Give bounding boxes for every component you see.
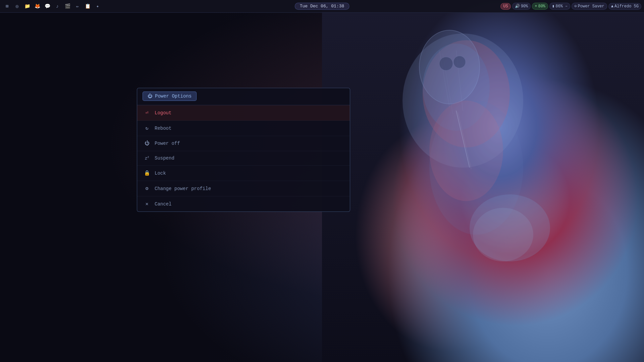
svg-point-14: [453, 56, 466, 68]
cancel-label: Cancel: [155, 201, 171, 207]
logout-icon: ⏎: [144, 110, 150, 116]
video-icon[interactable]: 🎬: [63, 2, 72, 11]
brightness-indicator[interactable]: ☀ 80%: [532, 3, 548, 10]
grid-icon[interactable]: ⊞: [3, 2, 11, 11]
brightness-icon: ☀: [535, 4, 537, 9]
power-menu-item-suspend[interactable]: zz Suspend: [137, 151, 350, 166]
wifi-label: Alfredo 5G: [614, 4, 639, 9]
power-saver-indicator[interactable]: ⊝ Power Saver: [572, 3, 607, 10]
power-options-title-button[interactable]: ⏻ Power Options: [143, 92, 197, 101]
volume-value: 90%: [521, 4, 528, 9]
music-icon[interactable]: ♪: [53, 2, 62, 11]
suspend-icon: zz: [144, 156, 150, 161]
battery-indicator[interactable]: ▮ 86% –: [549, 3, 570, 10]
taskbar-center: Tue Dec 06, 01:38: [295, 3, 350, 10]
poweroff-label: Power off: [155, 141, 180, 146]
wifi-indicator[interactable]: ▲ Alfredo 5G: [608, 3, 641, 10]
battery-icon: ▮: [552, 4, 554, 9]
wifi-icon: ▲: [611, 4, 613, 9]
power-menu-item-poweroff[interactable]: ⏻ Power off: [137, 136, 350, 151]
taskbar-right: US 🔊 90% ☀ 80% ▮ 86% – ⊝ Power Saver ▲ A…: [500, 3, 641, 10]
power-menu-list: ⏎ Logout ↻ Reboot ⏻ Power off zz Suspend…: [137, 105, 350, 212]
pencil-icon[interactable]: ✏: [73, 2, 82, 11]
poweroff-icon: ⏻: [144, 140, 150, 146]
battery-value: 86% –: [555, 4, 568, 9]
skeleton-svg: [322, 0, 644, 362]
app-settings-icon[interactable]: ✦: [93, 2, 102, 11]
power-menu-item-lock[interactable]: 🔒 Lock: [137, 166, 350, 181]
suspend-label: Suspend: [155, 156, 174, 161]
lock-icon: 🔒: [144, 170, 150, 176]
power-menu-item-reboot[interactable]: ↻ Reboot: [137, 121, 350, 136]
language-indicator[interactable]: US: [500, 3, 511, 10]
power-dialog: ⏻ Power Options ⏎ Logout ↻ Reboot ⏻ Powe…: [137, 88, 350, 212]
volume-indicator[interactable]: 🔊 90%: [512, 3, 531, 10]
notes-icon[interactable]: 📋: [83, 2, 92, 11]
lock-label: Lock: [155, 171, 166, 176]
language-label: US: [503, 4, 508, 9]
power-saver-icon: ⊝: [574, 4, 577, 9]
volume-icon: 🔊: [515, 4, 520, 9]
power-title-icon: ⏻: [148, 94, 152, 99]
svg-point-5: [429, 101, 503, 201]
change-power-profile-label: Change power profile: [155, 186, 211, 191]
power-saver-label: Power Saver: [578, 4, 604, 9]
circle-icon[interactable]: ◎: [13, 2, 21, 11]
change-power-profile-icon: ⚙: [144, 185, 150, 192]
chat-icon[interactable]: 💬: [43, 2, 52, 11]
svg-point-7: [473, 208, 533, 261]
power-dialog-header: ⏻ Power Options: [137, 88, 350, 105]
cancel-icon: ✕: [144, 201, 150, 207]
reboot-icon: ↻: [144, 125, 150, 131]
power-menu-item-logout[interactable]: ⏎ Logout: [137, 105, 350, 121]
clock[interactable]: Tue Dec 06, 01:38: [295, 3, 350, 10]
power-menu-item-change-power-profile[interactable]: ⚙ Change power profile: [137, 181, 350, 196]
brightness-value: 80%: [538, 4, 545, 9]
reboot-label: Reboot: [155, 126, 171, 131]
folder-icon[interactable]: 📁: [23, 2, 32, 11]
taskbar-left: ⊞ ◎ 📁 🦊 💬 ♪ 🎬 ✏ 📋 ✦: [3, 2, 102, 11]
logout-label: Logout: [155, 110, 171, 116]
power-menu-item-cancel[interactable]: ✕ Cancel: [137, 196, 350, 212]
top-panel: ⊞ ◎ 📁 🦊 💬 ♪ 🎬 ✏ 📋 ✦ Tue Dec 06, 01:38 US…: [0, 0, 644, 13]
power-dialog-title: Power Options: [155, 94, 192, 99]
firefox-icon[interactable]: 🦊: [33, 2, 42, 11]
skeleton-background: [322, 0, 644, 362]
svg-point-13: [439, 57, 453, 70]
